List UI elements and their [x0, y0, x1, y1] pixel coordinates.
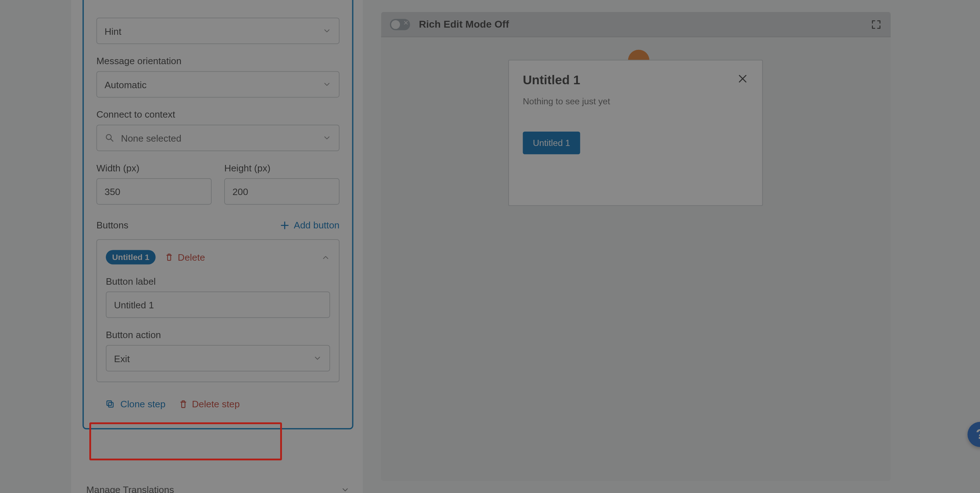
- height-input[interactable]: [224, 178, 339, 205]
- delete-step-button[interactable]: Delete step: [178, 399, 240, 409]
- button-action-select[interactable]: Exit: [106, 345, 330, 371]
- preview-pane: Rich Edit Mode Off Untitled 1 Nothing to…: [381, 12, 891, 481]
- context-select[interactable]: None selected: [97, 125, 340, 151]
- trash-icon: [178, 399, 188, 409]
- button-config-card: Untitled 1 Delete Button label Button ac…: [97, 239, 340, 382]
- chevron-down-icon: [313, 354, 322, 363]
- clone-icon: [105, 399, 115, 409]
- hint-type-value: Hint: [104, 25, 121, 36]
- trash-icon: [165, 253, 174, 262]
- step-config-panel: Hint Message orientation Automatic Conne…: [83, 0, 353, 429]
- delete-button-label: Delete: [178, 252, 205, 262]
- help-button[interactable]: ?: [967, 422, 980, 447]
- clone-step-button[interactable]: Clone step: [105, 399, 165, 409]
- orientation-label: Message orientation: [97, 56, 340, 66]
- context-label: Connect to context: [97, 109, 340, 120]
- rich-edit-mode-label: Rich Edit Mode Off: [419, 19, 862, 30]
- width-label: Width (px): [97, 162, 212, 173]
- chevron-down-icon: [323, 27, 331, 35]
- manage-translations-row[interactable]: Manage Translations: [83, 482, 353, 493]
- context-value: None selected: [121, 133, 323, 143]
- button-label-field-label: Button label: [106, 276, 330, 286]
- plus-icon: [280, 220, 290, 230]
- chevron-down-icon: [341, 485, 350, 493]
- help-icon: ?: [976, 426, 980, 443]
- hint-type-select[interactable]: Hint: [97, 17, 340, 44]
- svg-rect-3: [107, 401, 111, 405]
- manage-translations-label: Manage Translations: [86, 484, 174, 493]
- button-label-input[interactable]: [106, 291, 330, 318]
- search-icon: [104, 133, 115, 143]
- delete-button[interactable]: Delete: [165, 252, 205, 262]
- preview-toolbar: Rich Edit Mode Off: [381, 12, 891, 37]
- tooltip-action-button[interactable]: Untitled 1: [523, 132, 580, 154]
- tooltip-title: Untitled 1: [523, 73, 580, 87]
- button-action-field-label: Button action: [106, 329, 330, 340]
- step-actions-row: Clone step Delete step: [97, 392, 248, 415]
- button-action-value: Exit: [114, 353, 130, 364]
- add-button[interactable]: Add button: [280, 220, 339, 231]
- orientation-value: Automatic: [104, 79, 146, 90]
- delete-step-label: Delete step: [192, 399, 240, 409]
- clone-step-label: Clone step: [120, 399, 165, 409]
- anchor-indicator: [628, 50, 650, 60]
- rich-edit-toggle[interactable]: [390, 19, 410, 30]
- expand-icon[interactable]: [870, 19, 882, 30]
- close-icon[interactable]: [737, 73, 749, 84]
- chevron-up-icon[interactable]: [321, 253, 330, 262]
- chevron-down-icon: [323, 80, 331, 89]
- preview-tooltip: Untitled 1 Nothing to see just yet Untit…: [508, 60, 763, 206]
- svg-rect-2: [109, 402, 113, 407]
- svg-line-1: [111, 139, 113, 141]
- orientation-select[interactable]: Automatic: [97, 71, 340, 97]
- button-chip[interactable]: Untitled 1: [106, 250, 156, 264]
- add-button-label: Add button: [294, 220, 339, 231]
- chevron-down-icon: [323, 134, 331, 142]
- width-input[interactable]: [97, 178, 212, 205]
- tooltip-body: Nothing to see just yet: [523, 97, 748, 107]
- height-label: Height (px): [224, 162, 339, 173]
- buttons-section-label: Buttons: [97, 220, 129, 231]
- svg-point-0: [106, 134, 111, 140]
